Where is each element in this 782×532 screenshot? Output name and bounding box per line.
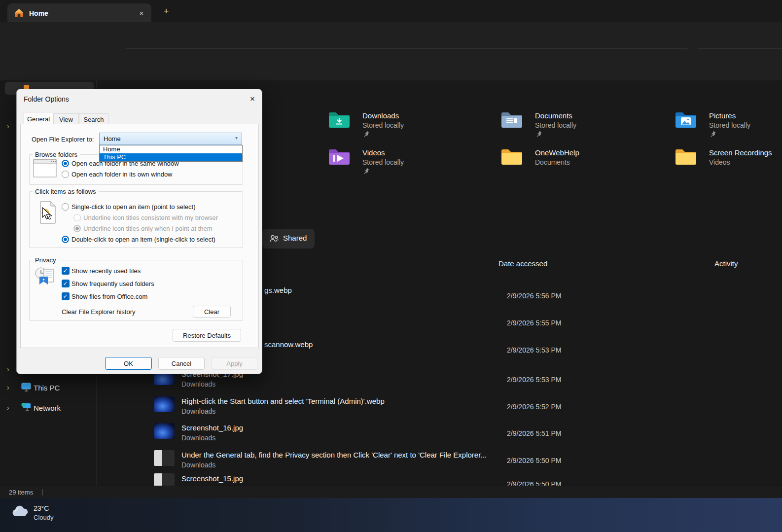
downloads-folder-icon	[328, 110, 351, 129]
tile-subtitle: Stored locally	[535, 121, 576, 129]
clear-button[interactable]: Clear	[193, 306, 231, 318]
file-name: Under the General tab, find the Privacy …	[181, 451, 487, 459]
radio-single-click-label[interactable]: Single-click to open an item (point to s…	[71, 203, 195, 211]
privacy-icon	[34, 266, 57, 287]
tile-subtitle: Documents	[535, 158, 570, 166]
ok-button[interactable]: OK	[105, 357, 152, 370]
dropdown-list: Home This PC	[99, 145, 243, 162]
tab-bar: Home × +	[0, 0, 782, 22]
tab-view[interactable]: View	[53, 113, 79, 125]
tab-search[interactable]: Search	[79, 113, 108, 125]
home-tab-icon	[14, 8, 24, 17]
cancel-button[interactable]: Cancel	[158, 357, 205, 370]
tile-name: Downloads	[362, 111, 399, 120]
pictures-folder-icon	[675, 110, 697, 129]
file-row[interactable]: Screenshot_15.jpg 2/9/2026 5:50 PM	[0, 470, 782, 486]
items-count: 29 items	[9, 489, 33, 496]
pin-icon	[363, 167, 370, 175]
sidebar-expand-chevron-icon[interactable]: ›	[7, 122, 9, 130]
command-toolbar: New ▾ A	[0, 49, 782, 81]
clear-history-label: Clear File Explorer history	[62, 308, 136, 316]
dialog-title: Folder Options	[24, 95, 69, 103]
tab-title: Home	[29, 9, 48, 17]
radio-underline-browser	[73, 214, 81, 221]
file-thumbnail	[154, 473, 175, 486]
file-location: Downloads	[181, 461, 215, 469]
file-name: Screenshot_15.jpg	[181, 474, 243, 483]
checkbox-frequently-used-label[interactable]: Show frequently used folders	[71, 280, 154, 288]
file-date: 2/9/2026 5:53 PM	[507, 376, 562, 384]
file-name: gs.webp	[264, 286, 292, 294]
radio-underline-point-label: Underline icon titles only when I point …	[83, 225, 213, 233]
file-date: 2/9/2026 5:55 PM	[507, 319, 562, 327]
file-row[interactable]: Right-click the Start button and select …	[0, 394, 782, 422]
documents-folder-icon	[500, 110, 523, 129]
weather-temperature: 23°C	[34, 504, 49, 512]
folder-options-dialog: Folder Options × General View Search Ope…	[16, 89, 262, 374]
tile-subtitle: Stored locally	[362, 121, 404, 129]
status-bar: 29 items	[0, 486, 782, 498]
tab-close-icon[interactable]: ×	[137, 8, 146, 18]
file-thumbnail	[154, 423, 175, 439]
file-date: 2/9/2026 5:53 PM	[507, 346, 562, 354]
shared-section-button[interactable]: Shared	[262, 229, 315, 248]
checkbox-frequently-used[interactable]	[62, 280, 70, 287]
column-header-activity[interactable]: Activity	[714, 259, 738, 268]
tile-name: Screen Recordings	[709, 148, 772, 157]
mouse-cursor	[41, 207, 51, 221]
pin-icon	[710, 130, 717, 138]
column-header-date-accessed[interactable]: Date accessed	[498, 259, 547, 268]
file-name: Screenshot_16.jpg	[181, 424, 243, 432]
file-row[interactable]: Screenshot_16.jpg Downloads 2/9/2026 5:5…	[0, 421, 782, 448]
radio-own-window-label[interactable]: Open each folder in its own window	[71, 171, 173, 178]
tab-general[interactable]: General	[24, 112, 53, 125]
chevron-down-icon: ▾	[235, 135, 238, 141]
checkbox-recently-used-label[interactable]: Show recently used files	[71, 267, 141, 275]
file-date: 2/9/2026 5:50 PM	[507, 480, 562, 486]
people-icon	[269, 234, 279, 243]
file-thumbnail	[154, 450, 175, 466]
new-tab-button[interactable]: +	[160, 5, 173, 18]
pin-icon	[536, 130, 543, 138]
file-name: Right-click the Start button and select …	[181, 397, 385, 405]
tile-subtitle: Stored locally	[709, 121, 750, 129]
file-date: 2/9/2026 5:56 PM	[507, 292, 562, 300]
dropdown-value: Home	[104, 135, 121, 142]
file-explorer-window: Home × + ← → ↑ ↻ › Home › Search Home N	[0, 0, 782, 532]
cloud-icon	[11, 504, 31, 518]
explorer-tab-home[interactable]: Home ×	[7, 3, 151, 22]
checkbox-office-files-label[interactable]: Show files from Office.com	[71, 293, 147, 301]
restore-defaults-button[interactable]: Restore Defaults	[173, 329, 241, 342]
file-location: Downloads	[181, 407, 215, 415]
file-date: 2/9/2026 5:51 PM	[507, 429, 562, 437]
file-date: 2/9/2026 5:52 PM	[507, 403, 562, 411]
radio-own-window[interactable]	[62, 171, 69, 178]
radio-underline-point	[73, 225, 81, 232]
file-location: Downloads	[181, 434, 215, 442]
checkbox-recently-used[interactable]	[62, 267, 70, 275]
weather-condition: Cloudy	[34, 514, 53, 521]
tile-name: Pictures	[709, 111, 736, 120]
radio-same-window[interactable]	[62, 160, 69, 167]
tile-subtitle: Videos	[709, 158, 730, 166]
yellow-folder-icon	[500, 147, 523, 166]
dropdown-option-home[interactable]: Home	[100, 145, 242, 153]
file-date: 2/9/2026 5:50 PM	[507, 457, 562, 464]
pin-icon	[363, 130, 370, 138]
dropdown-option-this-pc[interactable]: This PC	[100, 153, 242, 161]
radio-double-click[interactable]	[62, 236, 69, 243]
shared-label: Shared	[283, 234, 307, 242]
file-location: Downloads	[181, 380, 215, 388]
videos-folder-icon	[328, 147, 351, 166]
radio-single-click[interactable]	[62, 203, 69, 211]
privacy-label: Privacy	[33, 256, 59, 264]
file-name: scannow.webp	[264, 340, 313, 349]
open-to-dropdown[interactable]: Home ▾	[99, 133, 242, 145]
checkbox-office-files[interactable]	[62, 292, 70, 300]
browse-folders-label: Browse folders	[33, 151, 80, 158]
navigation-bar: ← → ↑ ↻ › Home › Search Home	[0, 22, 782, 50]
dialog-close-icon[interactable]: ×	[247, 93, 258, 105]
browse-folders-icon	[33, 159, 57, 178]
radio-double-click-label[interactable]: Double-click to open an item (single-cli…	[71, 236, 215, 244]
yellow-folder-icon	[675, 147, 697, 166]
